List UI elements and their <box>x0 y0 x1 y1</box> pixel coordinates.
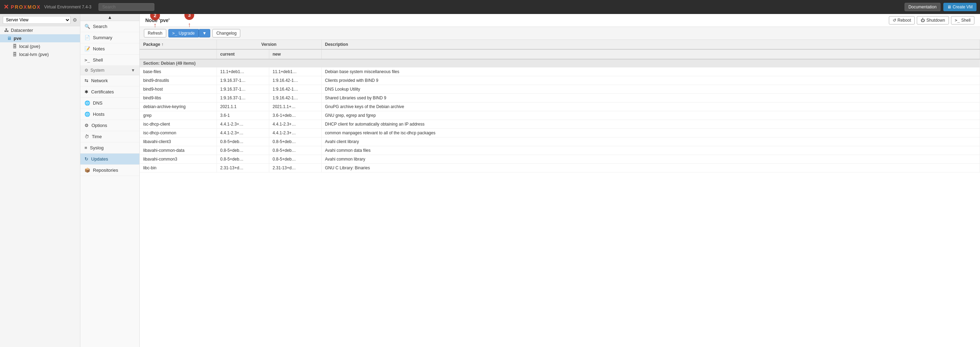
nav-item-dns[interactable]: 🌐 DNS <box>80 98 139 109</box>
system-section-icon: ⚙ <box>84 68 88 73</box>
nav-item-repositories[interactable]: 📦 Repositories <box>80 165 139 176</box>
cell-new: 0.8-5+deb… <box>269 155 321 164</box>
syslog-nav-icon: ≡ <box>84 145 88 150</box>
nav-item-shell[interactable]: >_ Shell <box>80 54 139 66</box>
cell-package: bind9-libs <box>140 94 216 102</box>
sidebar-item-pve[interactable]: 🖥 pve <box>0 34 80 42</box>
cell-current: 1:9.16.37-1… <box>216 94 269 102</box>
cell-new: 0.8-5+deb… <box>269 138 321 146</box>
node-header: Node 'pve' ↺ Reboot ⏻ Shutdown >_ Shell <box>140 14 980 27</box>
cell-package: bind9-dnsutils <box>140 76 216 85</box>
table-row: libavahi-common3 0.8-5+deb… 0.8-5+deb… A… <box>140 155 980 164</box>
cell-description: Avahi client library <box>321 138 980 146</box>
cell-package: libavahi-client3 <box>140 138 216 146</box>
shutdown-button[interactable]: ⏻ Shutdown <box>917 16 948 24</box>
cell-new: 4.4.1-2.3+… <box>269 120 321 129</box>
network-nav-icon: ⇆ <box>84 78 88 83</box>
nav-item-certificates[interactable]: ✱ Certificates <box>80 86 139 98</box>
cell-package: libavahi-common3 <box>140 155 216 164</box>
cell-current: 4.4.1-2.3+… <box>216 129 269 138</box>
nav-item-network[interactable]: ⇆ Network <box>80 75 139 86</box>
nav-item-time[interactable]: ⏱ Time <box>80 131 139 142</box>
nav-item-syslog[interactable]: ≡ Syslog <box>80 142 139 154</box>
action-bar: Refresh ↑ 2 >_ Upgrade ▼ ↑ 3 Changelog <box>140 27 980 40</box>
create-vm-button[interactable]: 🖥 Create VM <box>943 3 977 11</box>
nav-item-hosts[interactable]: 🌐 Hosts <box>80 109 139 120</box>
table-row: bind9-host 1:9.16.37-1… 1:9.16.42-1… DNS… <box>140 85 980 94</box>
nav-item-search[interactable]: 🔍 Search <box>80 21 139 32</box>
cell-current: 11.1+deb1… <box>216 67 269 76</box>
nav-item-updates[interactable]: ↻ Updates <box>80 154 139 165</box>
summary-nav-icon: 📄 <box>84 35 90 40</box>
repos-nav-icon: 📦 <box>84 168 90 173</box>
upgrade-arrow: ↑ <box>188 21 191 29</box>
time-nav-icon: ⏱ <box>84 134 89 139</box>
shell-nav-icon: >_ <box>84 58 90 62</box>
cell-description: Avahi common library <box>321 155 980 164</box>
nav-item-notes[interactable]: 📝 Notes <box>80 43 139 54</box>
cell-description: Avahi common data files <box>321 146 980 155</box>
cell-package: libc-bin <box>140 164 216 173</box>
logo: ✕ PROXMOX Virtual Environment 7.4-3 <box>3 3 92 11</box>
logo-text: PROXMOX <box>11 4 41 10</box>
server-view-bar: Server View ⚙ <box>0 14 80 26</box>
sidebar-item-local-lvm[interactable]: 🗄 local-lvm (pve) <box>0 50 80 58</box>
upgrade-button[interactable]: >_ Upgrade <box>168 29 198 37</box>
nav-scroll-up[interactable]: ▲ <box>80 14 139 21</box>
node-header-actions: ↺ Reboot ⏻ Shutdown >_ Shell <box>889 16 974 24</box>
cell-package: isc-dhcp-client <box>140 120 216 129</box>
sidebar-item-datacenter[interactable]: 🖧 Datacenter <box>0 26 80 34</box>
cell-description: Shared Libraries used by BIND 9 <box>321 94 980 102</box>
cell-current: 4.4.1-2.3+… <box>216 120 269 129</box>
upgrade-dropdown-button[interactable]: ▼ <box>199 29 211 37</box>
cell-package: bind9-host <box>140 85 216 94</box>
refresh-button[interactable]: Refresh ↑ 2 <box>144 29 166 37</box>
cell-description: GNU C Library: Binaries <box>321 164 980 173</box>
dns-nav-icon: 🌐 <box>84 101 90 106</box>
cell-current: 0.8-5+deb… <box>216 138 269 146</box>
cell-current: 0.8-5+deb… <box>216 155 269 164</box>
col-header-current: current <box>216 49 269 59</box>
pve-icon: 🖥 <box>7 36 11 41</box>
cell-description: Debian base system miscellaneous files <box>321 67 980 76</box>
sidebar-item-local-pve[interactable]: 🗄 local (pve) <box>0 42 80 50</box>
table-row: libavahi-client3 0.8-5+deb… 0.8-5+deb… A… <box>140 138 980 146</box>
topbar-right: Documentation 🖥 Create VM <box>905 3 977 11</box>
cell-current: 1:9.16.37-1… <box>216 76 269 85</box>
content-area: Node 'pve' ↺ Reboot ⏻ Shutdown >_ Shell … <box>140 14 980 347</box>
node-header-title: Node 'pve' <box>145 18 889 23</box>
cell-current: 3.6-1 <box>216 111 269 120</box>
nav-item-summary[interactable]: 📄 Summary <box>80 32 139 43</box>
cell-new: 1:9.16.42-1… <box>269 85 321 94</box>
reboot-button[interactable]: ↺ Reboot <box>889 16 915 24</box>
cell-description: common manpages relevant to all of the i… <box>321 129 980 138</box>
documentation-button[interactable]: Documentation <box>905 3 940 11</box>
middle-nav: ▲ 🔍 Search 📄 Summary 📝 Notes >_ Shell ⚙ … <box>80 14 140 347</box>
cell-description: DHCP client for automatically obtaining … <box>321 120 980 129</box>
col-header-description: Description <box>321 40 980 49</box>
section-collapse-icon: ▼ <box>131 68 135 73</box>
table-header-row: Package ↑ Version Description <box>140 40 980 49</box>
search-nav-icon: 🔍 <box>84 24 90 29</box>
cell-new: 1:9.16.42-1… <box>269 94 321 102</box>
topbar: ✕ PROXMOX Virtual Environment 7.4-3 Docu… <box>0 0 980 14</box>
reboot-icon: ↺ <box>892 18 896 23</box>
topbar-search-input[interactable] <box>99 3 154 11</box>
shell-icon: >_ <box>955 18 960 23</box>
changelog-button[interactable]: Changelog <box>212 29 240 37</box>
table-subheader-row: current new <box>140 49 980 59</box>
settings-gear-icon[interactable]: ⚙ <box>73 17 77 23</box>
cell-current: 2.31-13+d… <box>216 164 269 173</box>
updates-nav-icon: ↻ <box>84 157 88 162</box>
power-icon: ⏻ <box>921 18 925 23</box>
cell-package: grep <box>140 111 216 120</box>
table-row: libc-bin 2.31-13+d… 2.31-13+d… GNU C Lib… <box>140 164 980 173</box>
table-row: bind9-dnsutils 1:9.16.37-1… 1:9.16.42-1…… <box>140 76 980 85</box>
nav-item-options[interactable]: ⚙ Options <box>80 120 139 131</box>
cert-nav-icon: ✱ <box>84 89 88 94</box>
cell-description: DNS Lookup Utility <box>321 85 980 94</box>
server-view-select[interactable]: Server View <box>3 16 70 24</box>
refresh-arrow: ↑ <box>154 22 157 29</box>
shell-button[interactable]: >_ Shell <box>951 16 974 24</box>
cell-package: libavahi-common-data <box>140 146 216 155</box>
